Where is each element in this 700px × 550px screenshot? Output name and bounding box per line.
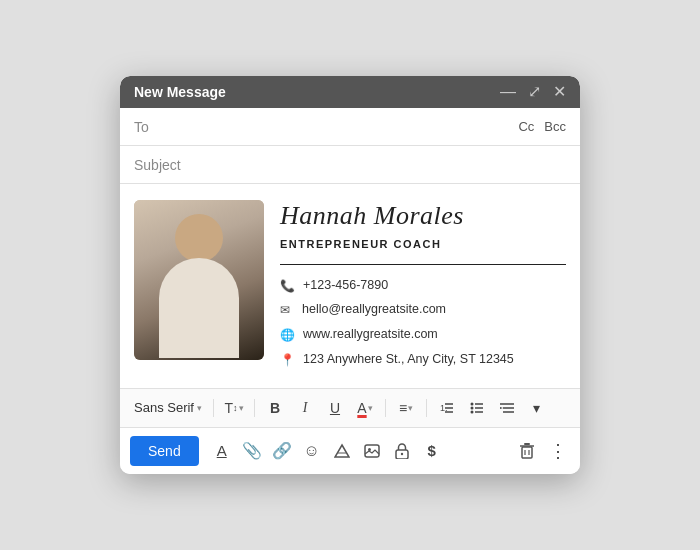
photo-icon bbox=[364, 444, 380, 458]
numbered-list-icon: 1. bbox=[440, 401, 454, 415]
emoji-button[interactable]: ☺ bbox=[299, 438, 325, 464]
signature-name: Hannah Morales bbox=[280, 200, 566, 231]
dollar-icon: $ bbox=[428, 442, 436, 459]
font-name: Sans Serif bbox=[134, 400, 194, 415]
website-row: 🌐 www.reallygreatsite.com bbox=[280, 326, 566, 344]
format-text-button[interactable]: A bbox=[209, 438, 235, 464]
subject-input[interactable] bbox=[186, 157, 566, 173]
cc-button[interactable]: Cc bbox=[518, 119, 534, 134]
delete-button[interactable] bbox=[514, 438, 540, 464]
separator-1 bbox=[213, 399, 214, 417]
signature-info: Hannah Morales ENTREPRENEUR COACH 📞 +123… bbox=[280, 200, 566, 371]
window-title: New Message bbox=[134, 84, 226, 100]
delete-icon bbox=[520, 443, 534, 459]
fontsize-chevron-icon: ▾ bbox=[239, 403, 244, 413]
svg-rect-15 bbox=[365, 445, 379, 457]
more-vert-icon: ⋮ bbox=[549, 442, 566, 460]
dollar-button[interactable]: $ bbox=[419, 438, 445, 464]
separator-2 bbox=[254, 399, 255, 417]
separator-3 bbox=[385, 399, 386, 417]
lock-icon bbox=[395, 443, 409, 459]
indent-button[interactable] bbox=[494, 395, 520, 421]
website-url: www.reallygreatsite.com bbox=[303, 326, 438, 344]
photo-button[interactable] bbox=[359, 438, 385, 464]
svg-rect-19 bbox=[522, 447, 532, 458]
signature-area: Hannah Morales ENTREPRENEUR COACH 📞 +123… bbox=[120, 184, 580, 387]
more-format-button[interactable]: ▾ bbox=[524, 395, 550, 421]
subject-row: Subject bbox=[120, 146, 580, 184]
link-button[interactable]: 🔗 bbox=[269, 438, 295, 464]
to-input[interactable] bbox=[186, 119, 518, 135]
window-controls: — ⤢ ✕ bbox=[500, 84, 566, 100]
underline-button[interactable]: U bbox=[322, 395, 348, 421]
more-chevron-icon: ▾ bbox=[533, 400, 540, 416]
phone-icon: 📞 bbox=[280, 278, 295, 295]
svg-point-5 bbox=[470, 406, 473, 409]
bold-button[interactable]: B bbox=[262, 395, 288, 421]
phone-row: 📞 +123-456-7890 bbox=[280, 277, 566, 295]
globe-icon: 🌐 bbox=[280, 327, 295, 344]
signature-divider bbox=[280, 264, 566, 265]
fontcolor-chevron-icon: ▾ bbox=[368, 403, 373, 413]
to-label: To bbox=[134, 119, 186, 135]
lock-button[interactable] bbox=[389, 438, 415, 464]
photo-image bbox=[134, 200, 264, 360]
phone-number: +123-456-7890 bbox=[303, 277, 388, 295]
to-row: To Cc Bcc bbox=[120, 108, 580, 146]
align-chevron-icon: ▾ bbox=[408, 403, 413, 413]
font-size-button[interactable]: T↕ ▾ bbox=[221, 395, 247, 421]
compose-window: New Message — ⤢ ✕ To Cc Bcc Subject Hann… bbox=[120, 76, 580, 473]
formatting-toolbar: Sans Serif ▾ T↕ ▾ B I U A ▾ ≡ ▾ 1. bbox=[120, 388, 580, 428]
font-selector[interactable]: Sans Serif ▾ bbox=[130, 398, 206, 417]
attach-icon: 📎 bbox=[242, 441, 262, 460]
svg-point-6 bbox=[470, 410, 473, 413]
format-text-icon: A bbox=[217, 442, 227, 459]
drive-button[interactable] bbox=[329, 438, 355, 464]
align-button[interactable]: ≡ ▾ bbox=[393, 395, 419, 421]
svg-point-18 bbox=[401, 452, 403, 454]
send-toolbar: Send A 📎 🔗 ☺ bbox=[120, 428, 580, 474]
bullet-list-button[interactable] bbox=[464, 395, 490, 421]
numbered-list-button[interactable]: 1. bbox=[434, 395, 460, 421]
cc-bcc-controls: Cc Bcc bbox=[518, 119, 566, 134]
svg-marker-13 bbox=[335, 445, 349, 457]
separator-4 bbox=[426, 399, 427, 417]
font-color-button[interactable]: A ▾ bbox=[352, 395, 378, 421]
svg-point-16 bbox=[368, 448, 371, 451]
address-row: 📍 123 Anywhere St., Any City, ST 12345 bbox=[280, 351, 566, 369]
italic-button[interactable]: I bbox=[292, 395, 318, 421]
send-button[interactable]: Send bbox=[130, 436, 199, 466]
more-options-button[interactable]: ⋮ bbox=[544, 438, 570, 464]
emoji-icon: ☺ bbox=[304, 442, 320, 460]
profile-photo bbox=[134, 200, 264, 360]
signature-title: ENTREPRENEUR COACH bbox=[280, 238, 566, 250]
bullet-list-icon bbox=[470, 401, 484, 415]
expand-button[interactable]: ⤢ bbox=[528, 84, 541, 100]
svg-point-4 bbox=[470, 402, 473, 405]
email-row: ✉ hello@reallygreatsite.com bbox=[280, 301, 566, 319]
close-button[interactable]: ✕ bbox=[553, 84, 566, 100]
subject-label: Subject bbox=[134, 157, 186, 173]
email-address: hello@reallygreatsite.com bbox=[302, 301, 446, 319]
email-icon: ✉ bbox=[280, 302, 294, 319]
minimize-button[interactable]: — bbox=[500, 84, 516, 100]
title-bar: New Message — ⤢ ✕ bbox=[120, 76, 580, 108]
font-chevron-icon: ▾ bbox=[197, 403, 202, 413]
drive-icon bbox=[334, 443, 350, 459]
address-text: 123 Anywhere St., Any City, ST 12345 bbox=[303, 351, 514, 369]
attach-button[interactable]: 📎 bbox=[239, 438, 265, 464]
bcc-button[interactable]: Bcc bbox=[544, 119, 566, 134]
indent-icon bbox=[500, 401, 514, 415]
location-icon: 📍 bbox=[280, 352, 295, 369]
link-icon: 🔗 bbox=[272, 441, 292, 460]
